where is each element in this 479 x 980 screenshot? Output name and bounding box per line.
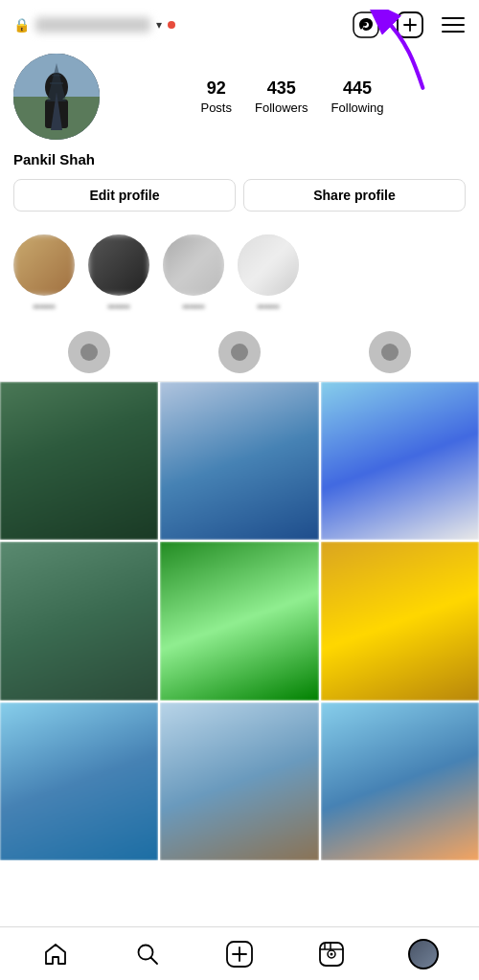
threads-button[interactable] bbox=[353, 11, 379, 38]
add-nav-icon bbox=[226, 941, 253, 968]
profile-name: Pankil Shah bbox=[13, 151, 466, 167]
story-icon-2[interactable] bbox=[218, 331, 261, 373]
profile-top: 92 Posts 435 Followers 445 Following bbox=[13, 54, 466, 140]
search-icon bbox=[135, 942, 160, 967]
svg-point-16 bbox=[231, 344, 248, 361]
stats-container: 92 Posts 435 Followers 445 Following bbox=[119, 78, 466, 116]
highlight-circle-4 bbox=[238, 234, 299, 296]
home-icon bbox=[43, 942, 68, 967]
svg-rect-14 bbox=[52, 75, 61, 77]
highlights-section: •••••• •••••• •••••• •••••• bbox=[0, 234, 479, 325]
following-count: 445 bbox=[343, 78, 372, 100]
lock-icon: 🔒 bbox=[13, 17, 30, 33]
nav-add[interactable] bbox=[217, 931, 262, 977]
story-icon-svg bbox=[379, 342, 400, 363]
avatar-svg bbox=[13, 54, 100, 140]
edit-profile-button[interactable]: Edit profile bbox=[13, 179, 236, 212]
story-icon-svg bbox=[79, 342, 100, 363]
highlight-item[interactable]: •••••• bbox=[13, 234, 75, 312]
reels-icon bbox=[319, 942, 344, 967]
add-icon bbox=[397, 11, 423, 38]
top-bar: 🔒 ▾ bbox=[0, 0, 479, 50]
story-icon-svg bbox=[229, 342, 250, 363]
highlight-label-2: •••••• bbox=[90, 301, 148, 312]
story-icons-row bbox=[0, 325, 479, 382]
highlight-circle-3 bbox=[163, 234, 224, 296]
highlights-row: •••••• •••••• •••••• •••••• bbox=[13, 234, 466, 316]
highlight-circle-1 bbox=[13, 234, 75, 296]
highlight-label-1: •••••• bbox=[15, 301, 73, 312]
followers-count: 435 bbox=[267, 78, 296, 100]
menu-button[interactable] bbox=[441, 12, 466, 37]
grid-item[interactable] bbox=[321, 702, 479, 860]
posts-stat[interactable]: 92 Posts bbox=[200, 78, 232, 116]
grid-item[interactable] bbox=[160, 702, 318, 860]
grid-item[interactable] bbox=[0, 382, 158, 540]
hamburger-icon bbox=[441, 12, 466, 37]
followers-stat[interactable]: 435 Followers bbox=[255, 78, 308, 116]
svg-point-17 bbox=[381, 344, 399, 361]
story-icon-1[interactable] bbox=[68, 331, 110, 373]
bottom-nav bbox=[0, 926, 479, 980]
photo-grid bbox=[0, 382, 479, 860]
highlight-label-3: •••••• bbox=[165, 301, 222, 312]
highlight-item[interactable]: •••••• bbox=[163, 234, 224, 312]
following-label: Following bbox=[331, 100, 384, 115]
share-profile-button[interactable]: Share profile bbox=[243, 179, 466, 212]
highlight-item[interactable]: •••••• bbox=[88, 234, 149, 312]
nav-search[interactable] bbox=[125, 931, 171, 977]
grid-item[interactable] bbox=[0, 702, 158, 860]
profile-section: 92 Posts 435 Followers 445 Following Pan… bbox=[0, 50, 479, 234]
svg-rect-9 bbox=[13, 97, 100, 140]
svg-point-15 bbox=[80, 344, 98, 361]
add-post-button[interactable] bbox=[397, 11, 423, 38]
avatar-image bbox=[13, 54, 100, 140]
svg-rect-11 bbox=[45, 100, 68, 128]
story-icon-3[interactable] bbox=[369, 331, 411, 373]
svg-point-25 bbox=[331, 952, 333, 955]
posts-count: 92 bbox=[207, 78, 226, 100]
nav-home[interactable] bbox=[33, 931, 79, 977]
avatar[interactable] bbox=[13, 54, 100, 140]
nav-profile[interactable] bbox=[400, 931, 446, 977]
threads-icon bbox=[353, 11, 379, 38]
svg-rect-13 bbox=[50, 82, 63, 84]
highlight-circle-2 bbox=[88, 234, 149, 296]
top-bar-left: 🔒 ▾ bbox=[13, 17, 175, 33]
username-blurred bbox=[35, 17, 150, 33]
grid-item[interactable] bbox=[160, 382, 318, 540]
highlight-item[interactable]: •••••• bbox=[238, 234, 299, 312]
nav-profile-avatar bbox=[408, 939, 439, 969]
grid-item[interactable] bbox=[321, 382, 479, 540]
notification-dot bbox=[168, 21, 175, 29]
grid-item[interactable] bbox=[0, 542, 158, 700]
grid-item[interactable] bbox=[160, 542, 318, 700]
top-bar-right bbox=[353, 11, 466, 38]
profile-buttons: Edit profile Share profile bbox=[13, 179, 466, 212]
grid-item[interactable] bbox=[321, 542, 479, 700]
posts-label: Posts bbox=[200, 100, 232, 115]
nav-reels[interactable] bbox=[308, 931, 354, 977]
svg-line-19 bbox=[151, 957, 158, 964]
dropdown-icon[interactable]: ▾ bbox=[156, 18, 162, 32]
highlight-label-4: •••••• bbox=[240, 301, 297, 312]
following-stat[interactable]: 445 Following bbox=[331, 78, 384, 116]
followers-label: Followers bbox=[255, 100, 308, 115]
